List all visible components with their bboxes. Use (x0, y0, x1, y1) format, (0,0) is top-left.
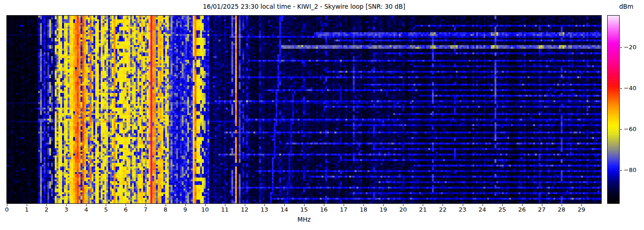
colorbar-tick-label: −40 (624, 85, 636, 92)
x-tick-label: 6 (124, 206, 127, 213)
colorbar-tick-mark (620, 129, 622, 130)
x-tick-label: 1 (25, 206, 29, 213)
x-tick-label: 0 (5, 206, 9, 213)
colorbar-tick-mark (620, 47, 622, 48)
x-tick-label: 3 (64, 206, 68, 213)
x-tick-label: 8 (163, 206, 167, 213)
x-tick-label: 19 (380, 206, 387, 213)
x-tick-label: 2 (45, 206, 48, 213)
x-tick-label: 5 (104, 206, 108, 213)
colorbar-gradient (607, 15, 620, 204)
x-tick-label: 29 (578, 206, 586, 213)
colorbar-tick-label: −20 (624, 44, 636, 51)
x-tick-label: 7 (144, 206, 147, 213)
colorbar-tick-label: −60 (624, 126, 636, 132)
x-tick-label: 11 (221, 206, 229, 213)
colorbar-tick-mark (620, 170, 622, 171)
x-tick-label: 15 (300, 206, 308, 213)
x-tick-label: 27 (538, 206, 546, 213)
x-tick-label: 28 (558, 206, 566, 213)
x-tick-label: 18 (360, 206, 368, 213)
x-tick-label: 21 (419, 206, 427, 213)
x-tick-label: 26 (518, 206, 526, 213)
x-tick-label: 24 (478, 206, 486, 213)
x-tick-label: 23 (459, 206, 466, 213)
colorbar-unit-label: dBm (619, 3, 633, 10)
x-tick-label: 17 (340, 206, 348, 213)
colorbar-tick-label: −80 (624, 167, 636, 173)
x-tick-label: 22 (439, 206, 447, 213)
x-tick-label: 12 (241, 206, 249, 213)
plot-title: 16/01/2025 23:30 local time - KIWI_2 - S… (6, 3, 602, 10)
x-tick-label: 25 (498, 206, 506, 213)
x-tick-label: 13 (261, 206, 269, 213)
x-tick-label: 20 (399, 206, 407, 213)
waterfall-heatmap (6, 15, 602, 204)
x-tick-label: 10 (201, 206, 209, 213)
colorbar-tick-mark (620, 88, 622, 89)
figure-canvas: { "figure": { "title": "16/01/2025 23:30… (0, 0, 644, 230)
x-axis-label: MHz (6, 216, 602, 223)
x-tick-label: 14 (281, 206, 288, 213)
x-tick-label: 16 (320, 206, 328, 213)
x-tick-label: 9 (183, 206, 187, 213)
x-tick-label: 4 (84, 206, 88, 213)
